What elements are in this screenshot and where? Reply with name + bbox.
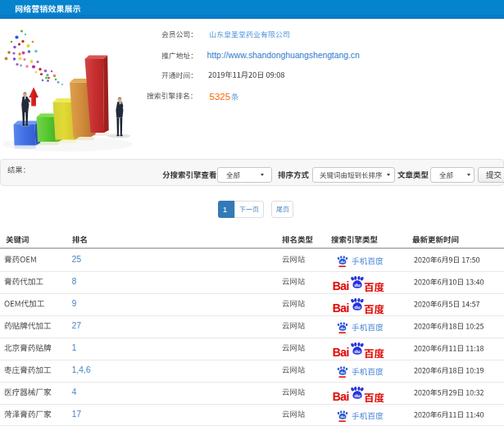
svg-text:du: du [340, 370, 345, 374]
svg-text:du: du [354, 304, 361, 310]
svg-text:du: du [340, 260, 345, 264]
svg-text:du: du [354, 282, 361, 288]
svg-text:du: du [354, 392, 361, 398]
svg-text:du: du [354, 348, 361, 354]
svg-text:du: du [340, 326, 345, 330]
svg-text:du: du [340, 415, 345, 419]
